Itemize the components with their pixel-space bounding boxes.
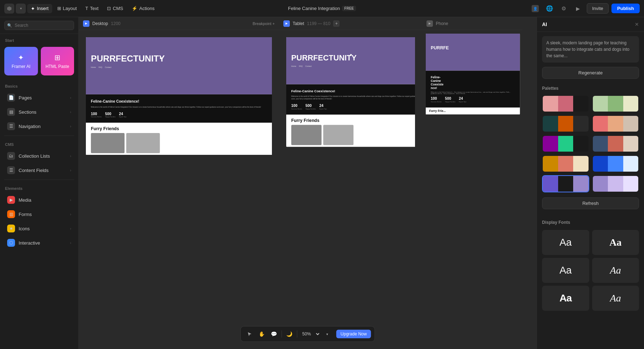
tablet-stat1-label: Success Stories	[291, 108, 302, 110]
palettes-grid	[537, 93, 644, 197]
dropdown-button[interactable]: ▾	[16, 4, 26, 14]
swatch	[573, 136, 589, 152]
content-fields-label: Content Fields	[19, 168, 49, 173]
zoom-dropdown-icon[interactable]: ▾	[322, 329, 333, 339]
phone-site-preview: PURRFE Feline-CanineCoexistence! Welcome…	[426, 34, 520, 114]
icons-icon: ★	[7, 225, 15, 232]
comment-tool[interactable]: 💬	[269, 329, 279, 339]
tablet-add-button[interactable]: +	[333, 20, 340, 27]
dark-mode-tool[interactable]: 🌙	[284, 329, 295, 339]
swatch	[543, 176, 558, 192]
desktop-preview-wrapper: PURRFECTUNITY Home FAQ Contact Feline-Ca…	[86, 37, 272, 280]
font-card-6[interactable]: Aa	[592, 286, 639, 311]
canvas-area: ▶ Desktop 1200 Breakpoint + PURRFECTUNIT…	[79, 17, 537, 349]
invite-label: Invite	[592, 6, 603, 11]
font-card-4[interactable]: Aa	[592, 258, 639, 283]
palette-7[interactable]	[542, 155, 589, 172]
right-panel: AI ✕ A sleek, modern landing page for te…	[537, 17, 644, 349]
sidebar-item-collection-lists[interactable]: 🗂 Collection Lists ›	[2, 149, 76, 163]
phone-section-title: Furry Frie...	[426, 108, 520, 114]
publish-button[interactable]: Publish	[611, 4, 640, 13]
palette-4[interactable]	[592, 115, 639, 132]
swatch	[558, 96, 574, 112]
insert-button[interactable]: ✦ Insert	[27, 4, 52, 13]
desktop-play-icon: ▶	[83, 20, 89, 27]
sidebar-item-forms[interactable]: ▥ Forms ›	[2, 207, 76, 221]
sidebar-item-sections[interactable]: ▤ Sections ›	[2, 105, 76, 119]
phone-content-text: Welcome to the Feline-Canine h... Our mi…	[431, 91, 515, 94]
tablet-stat2-label: Happy Families	[306, 108, 316, 110]
desktop-canvas[interactable]: PURRFECTUNITY Home FAQ Contact Feline-Ca…	[79, 30, 279, 349]
stat-2: 500 Happy Families	[105, 112, 116, 118]
forms-icon: ▥	[7, 210, 15, 218]
breakpoint-button[interactable]: Breakpoint +	[253, 21, 275, 26]
tablet-image-row	[286, 125, 415, 147]
font-card-2[interactable]: Aa	[592, 230, 639, 255]
tablet-canvas[interactable]: PURRFECTUNITY Home FAQ Contact Feline-Ca…	[279, 30, 422, 349]
insert-icon: ✦	[31, 6, 35, 11]
palette-6[interactable]	[592, 135, 639, 152]
swatch	[623, 136, 639, 152]
phone-content: Feline-CanineCoexistence! Welcome to the…	[426, 70, 520, 107]
phone-stat3-label: Expert Tips	[459, 101, 466, 103]
font-card-5[interactable]: Aa	[542, 286, 589, 311]
search-input[interactable]	[4, 21, 74, 30]
swatch	[543, 116, 558, 132]
text-button[interactable]: T Text	[82, 4, 102, 13]
settings-button[interactable]: ⚙	[558, 3, 570, 14]
sidebar-item-content-fields[interactable]: ☰ Content Fields ›	[2, 163, 76, 177]
left-sidebar: 🔍 Start ✦ Framer AI ⊞ HTML Paste Basics …	[0, 17, 79, 349]
zoom-select[interactable]: 50% 75% 100% 150%	[299, 331, 321, 337]
refresh-button[interactable]: Refresh	[542, 197, 639, 209]
content-fields-icon: ☰	[7, 166, 15, 174]
regenerate-button[interactable]: Regenerate	[542, 67, 639, 79]
nav-home[interactable]: Home	[91, 66, 96, 68]
invite-button[interactable]: Invite	[587, 3, 609, 14]
layout-label: Layout	[63, 6, 77, 11]
palette-9[interactable]	[542, 175, 589, 192]
swatch	[593, 136, 608, 152]
fonts-grid: Aa Aa Aa Aa Aa Aa	[537, 230, 644, 316]
font-card-1[interactable]: Aa	[542, 230, 589, 255]
search-wrapper: 🔍	[4, 21, 74, 30]
actions-button[interactable]: ⚡ Actions	[128, 4, 158, 13]
layout-button[interactable]: ⊞ Layout	[54, 4, 80, 13]
nav-contact[interactable]: Contact	[105, 66, 111, 68]
html-paste-card[interactable]: ⊞ HTML Paste	[41, 47, 74, 75]
globe-button[interactable]: 🌐	[544, 3, 555, 14]
swatch	[608, 176, 623, 192]
swatch	[573, 176, 589, 192]
hero-dot	[160, 57, 162, 59]
stats-row: 100 Success Stories 500 Happy Families	[91, 112, 272, 118]
font-card-3[interactable]: Aa	[542, 258, 589, 283]
palette-5[interactable]	[542, 135, 589, 152]
start-label: Start	[0, 34, 78, 45]
palette-3[interactable]	[542, 115, 589, 132]
sidebar-item-media[interactable]: ▶ Media ›	[2, 193, 76, 207]
palette-8[interactable]	[592, 155, 639, 172]
logo-button[interactable]	[4, 4, 14, 14]
tablet-size: 1199 — 810	[307, 21, 330, 26]
palette-1[interactable]	[542, 95, 589, 112]
framer-ai-card[interactable]: ✦ Framer AI	[4, 47, 38, 75]
cursor-tool[interactable]	[244, 329, 255, 339]
avatar-button[interactable]: 👤	[530, 3, 541, 14]
hand-tool[interactable]: ✋	[257, 329, 267, 339]
tablet-nav-contact[interactable]: Contact	[305, 65, 312, 67]
tablet-nav-faq[interactable]: FAQ	[299, 65, 302, 67]
phone-canvas[interactable]: PURRFE Feline-CanineCoexistence! Welcome…	[422, 30, 522, 280]
sidebar-item-navigation[interactable]: ☰ Navigation ›	[2, 119, 76, 133]
sidebar-item-icons[interactable]: ★ Icons ›	[2, 222, 76, 235]
cms-button[interactable]: ⊡ CMS	[103, 4, 127, 13]
chevron-icon: ›	[70, 110, 71, 114]
sidebar-item-pages[interactable]: 📄 Pages ›	[2, 91, 76, 104]
upgrade-button[interactable]: Upgrade Now	[336, 330, 371, 338]
nav-faq[interactable]: FAQ	[98, 66, 102, 68]
tablet-image-1	[291, 125, 322, 145]
close-button[interactable]: ✕	[635, 21, 639, 27]
palette-10[interactable]	[592, 175, 639, 192]
play-button[interactable]: ▶	[572, 3, 584, 14]
sidebar-item-interactive[interactable]: ⬡ Interactive ›	[2, 236, 76, 250]
tablet-nav-home[interactable]: Home	[291, 65, 296, 67]
palette-2[interactable]	[592, 95, 639, 112]
